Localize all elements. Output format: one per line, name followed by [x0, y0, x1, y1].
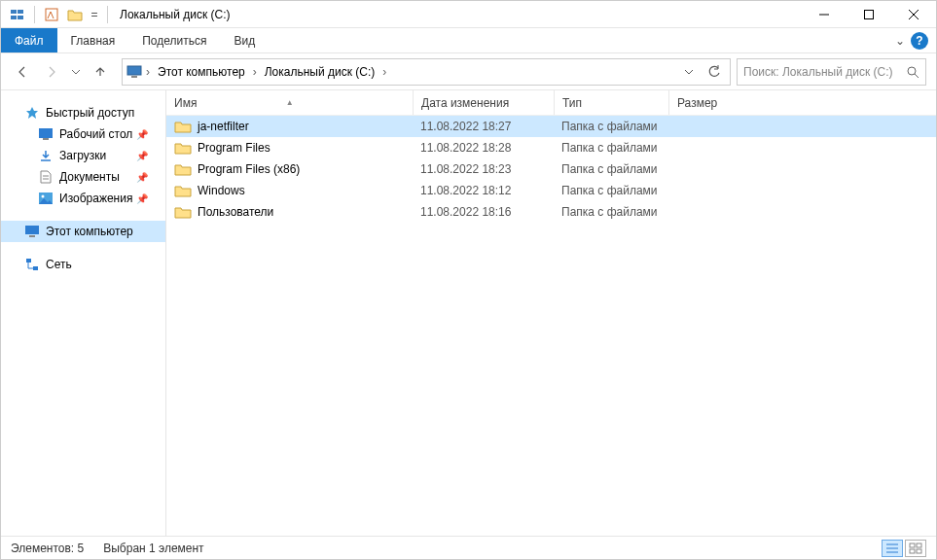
svg-rect-9	[127, 66, 141, 75]
chevron-right-icon[interactable]: ›	[380, 65, 388, 79]
file-row[interactable]: Windows11.08.2022 18:12Папка с файлами	[166, 180, 936, 201]
star-icon	[24, 105, 40, 121]
pin-icon: 📌	[136, 151, 148, 161]
window-title: Локальный диск (C:)	[114, 8, 231, 21]
file-date: 11.08.2022 18:16	[413, 205, 554, 219]
ribbon-expand-icon[interactable]: ⌄	[895, 34, 905, 48]
file-date: 11.08.2022 18:27	[413, 120, 554, 133]
navigation-pane: Быстрый доступ Рабочий стол 📌 Загрузки 📌…	[1, 90, 166, 536]
pin-icon: 📌	[136, 193, 148, 204]
file-type: Папка с файлами	[554, 184, 668, 197]
network-icon	[24, 257, 40, 272]
ribbon-tab-file[interactable]: Файл	[1, 28, 57, 52]
file-name: Пользователи	[198, 205, 273, 219]
file-row[interactable]: Пользователи11.08.2022 18:16Папка с файл…	[166, 201, 936, 223]
minimize-button[interactable]	[802, 1, 847, 28]
file-date: 11.08.2022 18:23	[413, 162, 554, 176]
svg-rect-27	[910, 543, 915, 547]
nav-this-pc[interactable]: Этот компьютер	[1, 221, 165, 242]
svg-rect-10	[131, 76, 137, 78]
column-headers: Имя▲ Дата изменения Тип Размер	[166, 90, 936, 116]
navbar: › Этот компьютер › Локальный диск (C:) ›…	[1, 53, 936, 90]
nav-pictures[interactable]: Изображения 📌	[1, 188, 165, 209]
file-list-pane: Имя▲ Дата изменения Тип Размер ja-netfil…	[166, 90, 936, 536]
file-row[interactable]: Program Files (x86)11.08.2022 18:23Папка…	[166, 158, 936, 180]
desktop-icon	[38, 126, 54, 142]
pc-icon	[24, 224, 40, 239]
titlebar: = Локальный диск (C:)	[1, 1, 936, 28]
column-name[interactable]: Имя▲	[166, 90, 413, 115]
folder-icon	[174, 141, 192, 155]
file-name: ja-netfilter	[198, 120, 249, 133]
chevron-right-icon[interactable]: ›	[144, 65, 152, 79]
svg-rect-23	[33, 266, 38, 270]
chevron-right-icon[interactable]: ›	[251, 65, 259, 79]
status-selection: Выбран 1 элемент	[103, 542, 203, 555]
column-date[interactable]: Дата изменения	[413, 90, 554, 115]
ribbon: Файл Главная Поделиться Вид ⌄ ?	[1, 28, 936, 53]
svg-rect-1	[18, 10, 23, 14]
ribbon-tab-view[interactable]: Вид	[220, 28, 269, 52]
sort-asc-icon: ▲	[286, 98, 323, 107]
qat-dropdown-icon[interactable]: =	[88, 4, 101, 25]
breadcrumb-segment[interactable]: Локальный диск (C:)	[261, 63, 379, 81]
svg-rect-20	[25, 226, 39, 234]
ribbon-tab-home[interactable]: Главная	[57, 28, 129, 52]
svg-rect-29	[910, 549, 915, 553]
search-input[interactable]: Поиск: Локальный диск (C:)	[737, 58, 926, 86]
nav-recent-dropdown[interactable]	[69, 60, 83, 84]
folder-icon	[174, 184, 192, 197]
svg-rect-22	[26, 259, 31, 262]
svg-rect-2	[11, 16, 17, 19]
svg-point-19	[42, 195, 45, 198]
svg-rect-21	[29, 235, 35, 237]
file-row[interactable]: ja-netfilter11.08.2022 18:27Папка с файл…	[166, 116, 936, 137]
nav-up-button[interactable]	[89, 60, 112, 84]
nav-documents[interactable]: Документы 📌	[1, 166, 165, 188]
file-type: Папка с файлами	[554, 205, 668, 219]
qat-properties-icon[interactable]	[41, 4, 62, 25]
nav-desktop[interactable]: Рабочий стол 📌	[1, 123, 165, 145]
column-size[interactable]: Размер	[668, 90, 737, 115]
file-rows: ja-netfilter11.08.2022 18:27Папка с файл…	[166, 116, 936, 536]
svg-point-11	[908, 67, 916, 75]
file-date: 11.08.2022 18:28	[413, 141, 554, 155]
address-bar[interactable]: › Этот компьютер › Локальный диск (C:) ›	[122, 58, 731, 86]
svg-rect-0	[11, 10, 17, 14]
download-icon	[38, 148, 54, 163]
svg-line-12	[915, 74, 919, 78]
nav-quick-access[interactable]: Быстрый доступ	[1, 102, 165, 123]
nav-forward-button[interactable]	[40, 60, 63, 84]
pin-icon: 📌	[136, 172, 148, 183]
file-name: Program Files	[198, 141, 270, 155]
maximize-button[interactable]	[847, 1, 891, 28]
address-dropdown-icon[interactable]	[677, 60, 701, 84]
close-button[interactable]	[891, 1, 936, 28]
breadcrumb-segment[interactable]: Этот компьютер	[154, 63, 249, 81]
column-type[interactable]: Тип	[554, 90, 668, 115]
document-icon	[38, 169, 54, 185]
file-type: Папка с файлами	[554, 120, 668, 133]
svg-rect-14	[43, 138, 49, 140]
picture-icon	[38, 191, 54, 206]
view-details-button[interactable]	[882, 540, 903, 557]
nav-network[interactable]: Сеть	[1, 254, 165, 275]
refresh-button[interactable]	[703, 60, 726, 84]
search-placeholder: Поиск: Локальный диск (C:)	[743, 65, 906, 79]
nav-back-button[interactable]	[11, 60, 34, 84]
file-type: Папка с файлами	[554, 162, 668, 176]
file-date: 11.08.2022 18:12	[413, 184, 554, 197]
ribbon-tab-share[interactable]: Поделиться	[128, 28, 220, 52]
svg-rect-3	[18, 16, 23, 19]
pin-icon: 📌	[136, 129, 148, 140]
svg-rect-30	[917, 549, 921, 553]
file-row[interactable]: Program Files11.08.2022 18:28Папка с фай…	[166, 137, 936, 158]
help-icon[interactable]: ?	[911, 32, 928, 50]
folder-icon	[174, 162, 192, 176]
file-type: Папка с файлами	[554, 141, 668, 155]
qat-newfolder-icon[interactable]	[64, 4, 86, 25]
search-icon	[906, 65, 919, 79]
nav-downloads[interactable]: Загрузки 📌	[1, 145, 165, 166]
view-large-icons-button[interactable]	[905, 540, 926, 557]
file-name: Program Files (x86)	[198, 162, 300, 176]
